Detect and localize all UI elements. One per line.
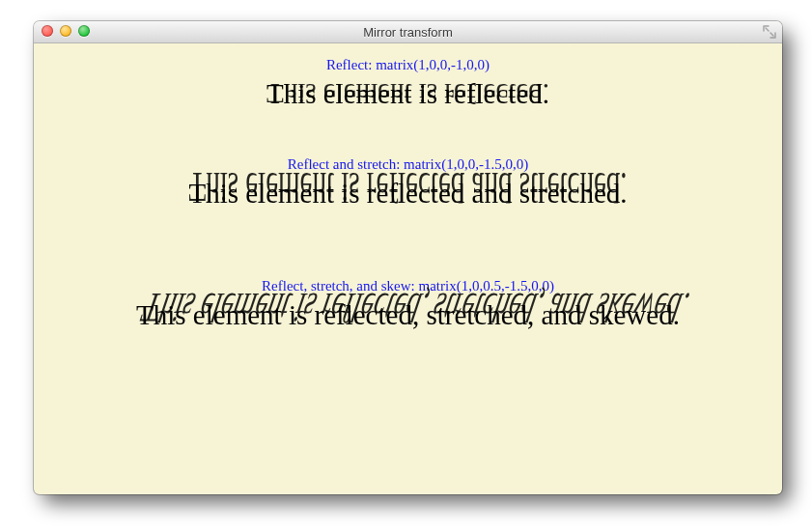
- close-icon[interactable]: [42, 25, 53, 37]
- window-title: Mirror transform: [363, 25, 452, 40]
- caption-1: Reflect: matrix(1,0,0,-1,0,0): [34, 57, 782, 73]
- demo-text-2-mirror: This element is reflected and stretched.: [188, 164, 627, 209]
- demo-pair-3: This element is reflected, stretched, an…: [34, 300, 782, 358]
- zoom-icon[interactable]: [78, 25, 90, 37]
- titlebar[interactable]: Mirror transform: [34, 21, 782, 43]
- demo-pair-1: This element is reflected. This element …: [34, 79, 782, 137]
- minimize-icon[interactable]: [60, 25, 71, 37]
- demo-pair-2: This element is reflected and stretched.…: [34, 179, 782, 237]
- app-window: Mirror transform Reflect: matrix(1,0,0,-…: [34, 21, 782, 494]
- demo-text-3-mirror: This element is reflected, stretched, an…: [136, 286, 694, 330]
- demo-text-1-mirror: This element is reflected.: [266, 79, 549, 108]
- fullscreen-icon[interactable]: [763, 25, 776, 39]
- content-area: Reflect: matrix(1,0,0,-1,0,0) This eleme…: [34, 57, 782, 494]
